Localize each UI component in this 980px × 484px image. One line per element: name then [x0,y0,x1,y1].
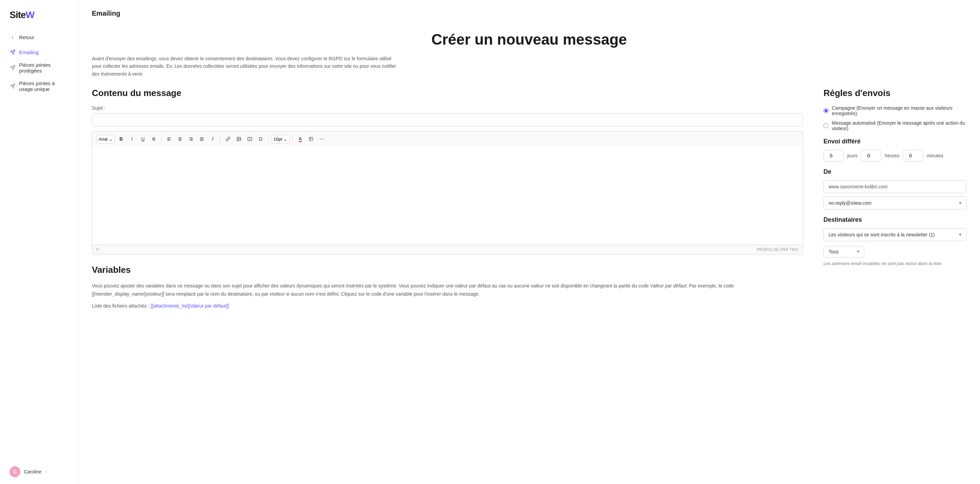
svg-rect-11 [179,138,181,139]
sidebar-item-pieces-jointes-protegees[interactable]: Pièces jointes protégées [0,59,78,77]
automated-radio[interactable] [824,123,828,128]
variables-italic-text2: visiteur [269,291,285,297]
attachments-link[interactable]: [[attachments_list||Valeur par défaut]] [151,303,229,308]
toolbar-divider-4 [292,136,293,142]
attachments-line: Liste des fichiers attachés : [[attachme… [92,303,803,308]
page-header: Emailing [78,0,980,21]
toolbar-divider-3 [268,136,269,142]
page-section-title: Emailing [92,10,966,18]
svg-point-23 [238,138,239,139]
two-column-layout: Contenu du message Sujet : Arial ⌄ B I U… [92,88,966,308]
align-left-button[interactable] [164,134,174,144]
variables-section: Variables Vous pouvez ajouter des variab… [92,265,803,308]
variables-section-title: Variables [92,265,803,275]
from-section: De no-reply@sitew.com ▼ [824,168,966,209]
text-color-button[interactable]: A [295,134,305,144]
subject-input[interactable] [92,113,803,126]
recipients-section: Destinataires Les visiteurs qui se sont … [824,216,966,266]
justify-button[interactable] [197,134,207,144]
sidebar-item-emailing[interactable]: Emailing [0,46,78,59]
invalid-email-note: Les adresses email invalides ne sont pas… [824,261,966,266]
variables-italic-text: Valeur par défaut [650,283,686,289]
align-right-button[interactable] [186,134,196,144]
font-select-chevron: ⌄ [109,137,113,142]
editor-body[interactable] [92,147,803,245]
svg-rect-8 [167,139,171,140]
underline-button[interactable]: U [138,134,148,144]
variables-desc-part3: sera remplacé par le nom du destinataire… [164,291,270,297]
user-profile[interactable]: C Caroline › [0,460,78,484]
filter-row: Tous ▼ [824,246,966,257]
italic-button[interactable]: I [127,134,137,144]
svg-rect-14 [189,137,193,138]
domain-input[interactable] [824,180,966,193]
toolbar-divider-1 [161,136,162,142]
variables-desc-part1: Vous pouvez ajouter des variables dans c… [92,283,650,289]
svg-rect-6 [167,137,171,138]
font-size-select[interactable]: 10pt ⌄ [271,135,290,144]
filter-select[interactable]: Tous [824,246,864,257]
omega-button[interactable]: Ω [256,134,266,144]
sidebar-item-pieces-jointes-protegees-label: Pièces jointes protégées [19,62,68,73]
video-button[interactable] [245,134,255,144]
font-size-value: 10pt [274,137,282,142]
sidebar-item-retour-label: Retour [19,34,34,40]
font-size-chevron: ⌄ [283,137,287,142]
campaign-type-group: Campagne (Envoyer un message en masse au… [824,105,966,131]
left-column: Contenu du message Sujet : Arial ⌄ B I U… [92,88,803,308]
subject-label: Sujet : [92,105,803,111]
avatar-letter: C [13,469,17,474]
automated-label: Message automatisé (Envoyer le message a… [832,120,966,131]
recipients-select[interactable]: Les visiteurs qui se sont inscrits à la … [824,228,966,241]
editor-toolbar: Arial ⌄ B I U S [92,131,803,147]
minutes-input[interactable] [903,150,923,161]
logo-area: SiteW [0,0,78,27]
image-button[interactable] [234,134,243,144]
avatar: C [10,466,21,477]
email-select[interactable]: no-reply@sitew.com [824,196,966,209]
days-input[interactable] [824,150,844,161]
font-name: Arial [99,137,108,142]
sidebar-item-pieces-jointes-usage-unique[interactable]: Pièces jointes à usage unique [0,77,78,95]
recipients-section-title: Destinataires [824,216,966,224]
email-select-wrapper: no-reply@sitew.com ▼ [824,196,966,209]
page-main-title: Créer un nouveau message [92,21,966,55]
campaign-option[interactable]: Campagne (Envoyer un message en masse au… [824,105,966,116]
sidebar-item-retour[interactable]: ‹ Retour [0,30,78,43]
svg-rect-20 [200,139,204,140]
send-icon [10,49,16,55]
svg-rect-15 [190,138,192,139]
align-center-button[interactable] [175,134,185,144]
variables-code-text: [[member_display_name||visiteur]] [92,291,164,297]
delay-inputs: jours heures minutes [824,150,966,161]
svg-rect-10 [178,137,182,138]
campaign-radio[interactable] [824,108,829,113]
logo: SiteW [10,10,68,21]
paperclip-unique-icon [10,83,16,89]
hours-input[interactable] [861,150,881,161]
toolbar-divider-2 [220,136,221,142]
sidebar-item-pieces-jointes-usage-unique-label: Pièces jointes à usage unique [19,80,68,92]
from-section-title: De [824,168,966,176]
attachments-label: Liste des fichiers attachés : [92,303,150,308]
chevron-left-icon: ‹ [10,34,16,40]
italic-alt-button[interactable]: I [208,134,218,144]
more-button[interactable]: ⋯ [317,134,327,144]
sidebar: SiteW ‹ Retour Emailing Pièces [0,0,78,484]
highlight-button[interactable] [306,134,316,144]
font-select[interactable]: Arial ⌄ [96,135,115,144]
strikethrough-button[interactable]: S [149,134,159,144]
delayed-section-title: Envoi différé [824,138,966,145]
page-description: Avant d'envoyer des emailings, vous deve… [92,55,398,78]
content-section-title: Contenu du message [92,88,803,98]
minutes-label: minutes [927,153,943,158]
svg-rect-12 [178,139,182,140]
filter-select-wrapper: Tous ▼ [824,246,864,257]
recipients-select-wrapper: Les visiteurs qui se sont inscrits à la … [824,228,966,241]
paperclip-protected-icon [10,65,16,71]
bold-button[interactable]: B [116,134,126,144]
automated-option[interactable]: Message automatisé (Envoyer le message a… [824,120,966,131]
variables-description: Vous pouvez ajouter des variables dans c… [92,282,803,299]
link-button[interactable] [223,134,233,144]
editor-paragraph-tag: P [96,247,99,252]
